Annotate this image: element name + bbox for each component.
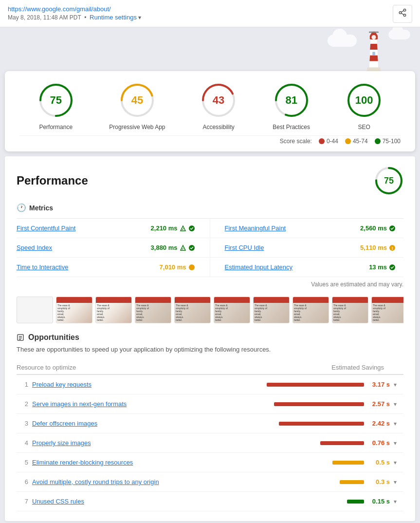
opp-chevron-6[interactable]: ▾ <box>394 479 403 486</box>
metric-row-2: Speed Index 3,880 ms ✓ <box>17 238 210 258</box>
scale-item-red: 0-44 <box>319 138 338 145</box>
col-resource: Resource to optimize <box>17 364 331 371</box>
svg-rect-13 <box>372 52 375 55</box>
metric-row-0: First Contentful Paint 2,210 ms ✓ <box>17 219 210 238</box>
filmstrip-frame-3[interactable]: The ease &simplicity offamily.email,alwa… <box>135 297 171 323</box>
score-item-pwa[interactable]: 45 Progressive Web App <box>109 81 165 131</box>
opp-row-2: 2 Serve images in next-gen formats 2.57 … <box>17 394 403 414</box>
score-item-seo[interactable]: 100 SEO <box>345 81 383 131</box>
cloud-1 <box>328 35 357 47</box>
filmstrip-frame-2[interactable]: The ease &simplicity offamily.email,alwa… <box>95 297 132 323</box>
metric-name-0[interactable]: First Contentful Paint <box>17 224 75 232</box>
svg-point-33 <box>189 264 195 270</box>
metric-value-0: 2,210 ms ✓ <box>151 224 195 232</box>
scale-dot-green <box>375 138 381 144</box>
opp-num-5: 5 <box>17 459 28 466</box>
scale-range-green: 75-100 <box>383 138 401 145</box>
metric-name-2[interactable]: Speed Index <box>17 244 52 251</box>
scores-row: 75 Performance 45 Progressive Web App 43… <box>19 81 401 131</box>
page-url[interactable]: https://www.google.com/gmail/about/ <box>8 5 111 13</box>
svg-marker-7 <box>370 44 377 50</box>
main-content: Performance 75 🕐 Metrics First Contentfu… <box>5 156 415 521</box>
opp-num-7: 7 <box>17 498 28 505</box>
filmstrip-frame-6[interactable]: The ease &simplicity offamily.email,alwa… <box>253 297 290 323</box>
metric-name-3[interactable]: First CPU Idle <box>225 244 264 251</box>
score-item-best-practices[interactable]: 81 Best Practices <box>272 81 311 131</box>
score-item-accessibility[interactable]: 43 Accessibility <box>199 81 238 131</box>
opp-num-4: 4 <box>17 439 28 447</box>
opp-savings-2: 2.57 s <box>368 400 390 408</box>
opp-name-5[interactable]: Eliminate render-blocking resources <box>32 459 329 466</box>
opportunities-title: Opportunities <box>28 333 79 342</box>
opp-table-header: Resource to optimize Estimated Savings <box>17 361 403 375</box>
filmstrip-frame-4[interactable]: The ease &simplicity offamily.email,alwa… <box>174 297 211 323</box>
opp-name-6[interactable]: Avoid multiple, costly round trips to an… <box>32 478 336 486</box>
opp-chevron-3[interactable]: ▾ <box>394 420 403 427</box>
filmstrip-frame-8[interactable]: The ease &simplicity offamily.email,alwa… <box>332 297 368 323</box>
metrics-icon: 🕐 <box>17 203 26 212</box>
opp-name-7[interactable]: Unused CSS rules <box>32 498 343 505</box>
filmstrip-frame-1[interactable]: The ease &simplicity offamily.email,alwa… <box>56 297 92 323</box>
opp-bar-5 <box>332 461 364 465</box>
opp-name-2[interactable]: Serve images in next-gen formats <box>32 400 270 408</box>
page-header: https://www.google.com/gmail/about/ May … <box>0 0 420 27</box>
score-item-performance[interactable]: 75 Performance <box>37 81 75 131</box>
opp-savings-1: 3.17 s <box>368 381 390 388</box>
opp-row-3: 3 Defer offscreen images 2.42 s ▾ <box>17 414 403 433</box>
opportunities-icon <box>17 334 24 341</box>
opp-savings-5: 0.5 s <box>368 459 390 466</box>
score-circle-seo: 100 <box>345 81 383 120</box>
opp-num-2: 2 <box>17 400 28 408</box>
opp-chevron-5[interactable]: ▾ <box>394 459 403 466</box>
svg-rect-12 <box>369 32 379 33</box>
opp-bar-savings-1: 3.17 s <box>267 381 390 388</box>
score-label-best-practices: Best Practices <box>273 124 310 131</box>
cloud-2 <box>388 30 410 39</box>
opp-chevron-1[interactable]: ▾ <box>394 381 403 388</box>
scale-dot-red <box>319 138 325 144</box>
metrics-grid: First Contentful Paint 2,210 ms ✓ First … <box>17 218 403 277</box>
opp-bar-4 <box>320 441 364 445</box>
svg-marker-8 <box>369 56 378 61</box>
filmstrip-frame-7[interactable]: The ease &simplicity offamily.email,alwa… <box>292 297 329 323</box>
opportunities-description: These are opportunities to speed up your… <box>17 346 403 353</box>
opp-bar-7 <box>347 500 364 504</box>
metric-row-1: First Meaningful Paint 2,560 ms <box>210 219 404 238</box>
header-left: https://www.google.com/gmail/about/ May … <box>8 5 141 21</box>
score-circle-pwa: 45 <box>118 81 157 120</box>
opp-chevron-7[interactable]: ▾ <box>394 498 403 505</box>
metric-name-1[interactable]: First Meaningful Paint <box>225 224 286 232</box>
filmstrip-frame-5[interactable]: The ease &simplicity offamily.email,alwa… <box>214 297 250 323</box>
svg-text:✓: ✓ <box>182 247 184 250</box>
opp-savings-4: 0.76 s <box>368 439 390 447</box>
opportunities-rows: 1 Preload key requests 3.17 s ▾ 2 Serve … <box>17 375 403 511</box>
share-button[interactable] <box>393 5 412 23</box>
opp-bar-savings-2: 2.57 s <box>274 400 390 408</box>
opp-num-1: 1 <box>17 381 28 388</box>
opp-chevron-4[interactable]: ▾ <box>394 440 403 447</box>
opp-name-3[interactable]: Defer offscreen images <box>32 420 275 427</box>
filmstrip-frame-9[interactable]: The ease &simplicity offamily.email,alwa… <box>371 297 403 323</box>
opp-bar-savings-4: 0.76 s <box>320 439 390 447</box>
opp-name-4[interactable]: Properly size images <box>32 439 316 447</box>
scale-item-green: 75-100 <box>375 138 401 145</box>
scale-item-orange: 45-74 <box>345 138 368 145</box>
opp-row-4: 4 Properly size images 0.76 s ▾ <box>17 433 403 453</box>
opp-chevron-2[interactable]: ▾ <box>394 401 403 408</box>
metric-name-5[interactable]: Estimated Input Latency <box>225 263 292 271</box>
svg-text:✓: ✓ <box>182 227 184 231</box>
filmstrip-frame-0[interactable] <box>17 297 53 323</box>
scale-range-red: 0-44 <box>327 138 338 145</box>
runtime-settings-link[interactable]: Runtime settings <box>90 14 137 21</box>
opp-bar-1 <box>267 383 364 387</box>
opp-row-7: 7 Unused CSS rules 0.15 s ▾ <box>17 492 403 511</box>
metric-value-5: 13 ms <box>369 263 396 271</box>
opportunities-header: Opportunities <box>17 333 403 342</box>
metric-row-5: Estimated Input Latency 13 ms <box>210 258 404 277</box>
svg-line-3 <box>401 13 403 15</box>
metric-name-4[interactable]: Time to Interactive <box>17 263 68 271</box>
score-circle-performance: 75 <box>37 81 75 120</box>
performance-title-row: Performance 75 <box>17 166 403 195</box>
opp-bar-savings-3: 2.42 s <box>279 420 390 427</box>
opp-name-1[interactable]: Preload key requests <box>32 381 263 388</box>
